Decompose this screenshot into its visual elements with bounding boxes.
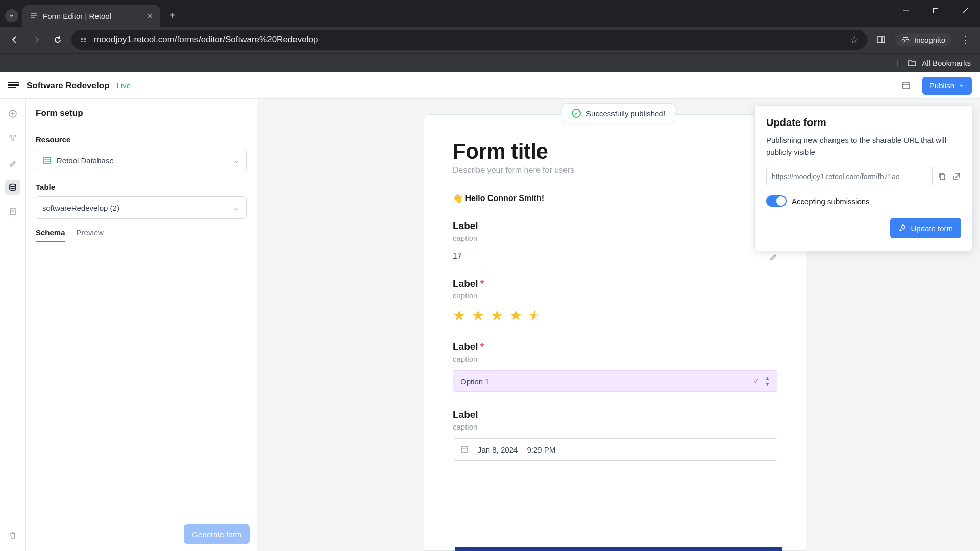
- calendar-icon: [460, 445, 469, 454]
- new-tab-button[interactable]: +: [163, 6, 182, 24]
- share-url-input[interactable]: https://moodjoy1.retool.com/form/fb71ae: [766, 167, 933, 186]
- chrome-menu-button[interactable]: ⋮: [958, 32, 973, 47]
- side-panel-button[interactable]: [873, 32, 889, 47]
- form-preview-card: Form title Describe your form here for u…: [424, 114, 806, 551]
- tab-favicon: [30, 12, 38, 20]
- select-input[interactable]: Option 1 ✓ ▲▼: [453, 370, 777, 392]
- svg-rect-8: [84, 38, 86, 40]
- tab-schema[interactable]: Schema: [36, 228, 65, 242]
- table-label: Table: [36, 183, 247, 191]
- star-icon[interactable]: ★: [509, 307, 522, 324]
- field-value: 17: [453, 252, 462, 261]
- svg-point-23: [10, 184, 16, 187]
- toast-text: Successfully published!: [586, 109, 666, 118]
- star-half-icon[interactable]: ★: [528, 307, 541, 324]
- rail-theme-button[interactable]: [5, 155, 20, 170]
- svg-rect-0: [31, 13, 37, 14]
- browser-tab[interactable]: Form Editor | Retool ✕: [22, 5, 160, 27]
- chevron-down-icon: ⌄: [233, 203, 240, 212]
- svg-rect-1: [31, 15, 37, 16]
- status-badge: Live: [117, 81, 131, 90]
- form-field-select[interactable]: Label* caption Option 1 ✓ ▲▼: [453, 341, 777, 392]
- form-field-datetime[interactable]: Label caption Jan 8, 2024 9:29 PM: [453, 409, 777, 461]
- svg-rect-30: [461, 447, 468, 453]
- rocket-icon: [898, 224, 906, 232]
- required-icon: *: [480, 341, 484, 353]
- svg-point-14: [906, 39, 909, 42]
- svg-rect-15: [902, 83, 910, 89]
- toggle-label: Accepting submissions: [792, 197, 870, 206]
- popover-title: Update form: [766, 117, 961, 129]
- toast-success: ✓ Successfully published!: [562, 103, 675, 123]
- wave-icon: 👋: [453, 194, 463, 203]
- external-link-icon[interactable]: [952, 172, 961, 181]
- bookmark-star-icon[interactable]: ☆: [850, 34, 859, 46]
- maximize-button[interactable]: [921, 0, 950, 21]
- minimize-button[interactable]: [891, 0, 921, 21]
- table-value: softwareRedevelop (2): [42, 204, 119, 212]
- close-window-button[interactable]: [950, 0, 980, 21]
- svg-point-22: [12, 139, 14, 141]
- svg-rect-7: [81, 38, 83, 40]
- chevron-down-icon: ⌄: [233, 156, 240, 165]
- app-title: Software Redevelop: [27, 81, 110, 91]
- sidebar-title: Form setup: [26, 99, 257, 126]
- check-icon: ✓: [572, 109, 581, 118]
- svg-rect-27: [44, 157, 50, 163]
- resource-label: Resource: [36, 135, 247, 144]
- edit-icon[interactable]: [769, 252, 777, 260]
- resource-value: Retool Database: [57, 156, 114, 165]
- publish-button[interactable]: Publish: [922, 77, 972, 95]
- accepting-submissions-toggle[interactable]: [766, 195, 787, 207]
- svg-rect-34: [940, 174, 945, 180]
- svg-rect-10: [84, 41, 86, 42]
- svg-point-13: [902, 39, 905, 42]
- url-text: moodjoy1.retool.com/forms/editor/Softwar…: [94, 35, 318, 45]
- retool-logo-icon[interactable]: [8, 82, 19, 90]
- incognito-icon: [901, 35, 910, 44]
- close-tab-icon[interactable]: ✕: [146, 11, 153, 21]
- all-bookmarks-button[interactable]: All Bookmarks: [922, 59, 971, 67]
- database-icon: [42, 156, 52, 165]
- star-icon[interactable]: ★: [453, 307, 465, 324]
- generate-form-button[interactable]: Generate form: [184, 524, 250, 544]
- select-value: Option 1: [460, 377, 489, 386]
- update-form-button[interactable]: Update form: [890, 218, 961, 238]
- time-value: 9:29 PM: [527, 445, 555, 454]
- incognito-badge[interactable]: Incognito: [895, 33, 951, 46]
- datetime-input[interactable]: Jan 8, 2024 9:29 PM: [453, 438, 777, 461]
- required-icon: *: [480, 278, 484, 289]
- greeting-text: 👋 Hello Connor Smith!: [453, 193, 777, 203]
- panel-toggle-button[interactable]: [897, 77, 915, 95]
- tab-search-button[interactable]: [5, 9, 18, 22]
- reload-button[interactable]: [50, 32, 65, 47]
- rail-integrations-button[interactable]: [5, 131, 20, 146]
- site-info-icon[interactable]: [80, 36, 88, 44]
- tab-title: Form Editor | Retool: [43, 12, 141, 20]
- stepper-icon[interactable]: ▲▼: [765, 375, 770, 387]
- incognito-label: Incognito: [914, 36, 945, 44]
- rail-docs-button[interactable]: [5, 204, 20, 219]
- popover-description: Publishing new changes to the sharable U…: [766, 135, 961, 158]
- star-icon[interactable]: ★: [491, 307, 503, 324]
- svg-rect-2: [31, 17, 35, 18]
- copy-icon[interactable]: [938, 172, 947, 181]
- rating-stars[interactable]: ★ ★ ★ ★ ★: [453, 307, 777, 324]
- form-field-rating[interactable]: Label* caption ★ ★ ★ ★ ★: [453, 278, 777, 324]
- rail-delete-button[interactable]: [5, 528, 20, 543]
- resource-select[interactable]: Retool Database ⌄: [36, 149, 247, 171]
- rail-data-button[interactable]: [5, 180, 20, 195]
- star-icon[interactable]: ★: [472, 307, 484, 324]
- svg-rect-9: [81, 41, 83, 42]
- table-select[interactable]: softwareRedevelop (2) ⌄: [36, 196, 247, 219]
- forward-button[interactable]: [29, 32, 44, 47]
- bottom-stripe: [455, 547, 782, 551]
- form-description[interactable]: Describe your form here for users: [453, 166, 777, 175]
- form-field-number[interactable]: Label caption 17: [453, 220, 777, 261]
- rail-add-button[interactable]: [5, 106, 20, 121]
- tab-preview[interactable]: Preview: [77, 228, 104, 242]
- check-icon: ✓: [753, 377, 760, 386]
- form-title[interactable]: Form title: [453, 139, 777, 164]
- back-button[interactable]: [7, 32, 22, 47]
- address-bar[interactable]: moodjoy1.retool.com/forms/editor/Softwar…: [71, 30, 867, 50]
